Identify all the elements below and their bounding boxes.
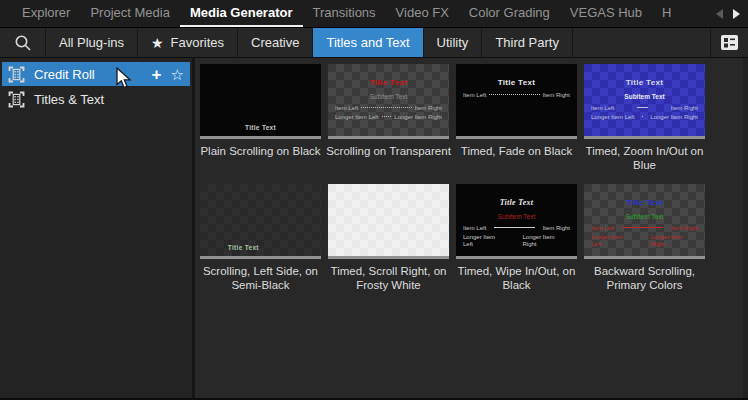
sidebar-item-credit-roll[interactable]: Credit Roll +☆: [2, 62, 190, 86]
tab-explorer[interactable]: Explorer: [12, 0, 80, 27]
add-icon[interactable]: +: [152, 66, 162, 83]
tab-project-media[interactable]: Project Media: [80, 0, 179, 27]
sidebar-item-titles-text[interactable]: Titles & Text: [2, 87, 190, 111]
thumb-item-rows: Item LeftItem Right: [456, 92, 577, 99]
favorite-icon[interactable]: ☆: [171, 67, 184, 82]
preset-label: Timed, Zoom In/Out on Blue: [580, 144, 709, 172]
thumb-subitem-text: Subitem Text: [584, 213, 705, 220]
thumb-item-row: Item LeftItem Right: [328, 105, 449, 112]
thumb-title-text: Title Text: [584, 198, 705, 207]
thumb-item-row: Item LeftItem Right: [584, 105, 705, 112]
thumb-title-text: Title Text: [456, 78, 577, 87]
tab-label: Color Grading: [469, 5, 550, 20]
filter-button-all-plug-ins[interactable]: All Plug-ins: [46, 28, 138, 57]
filter-button-label: Titles and Text: [326, 35, 409, 50]
preset-label: Backward Scrolling, Primary Colors: [580, 264, 709, 292]
filter-button-titles-and-text[interactable]: Titles and Text: [313, 28, 423, 57]
preset-scrub-bar: [584, 136, 705, 139]
tab-label: H: [662, 5, 671, 20]
star-filled-icon: ★: [151, 36, 164, 50]
list-details-view-icon: [721, 35, 738, 50]
thumb-title-text: Title Text: [228, 244, 259, 251]
thumb-item-rows: Item LeftItem RightLonger Item LeftLonge…: [584, 105, 705, 121]
tab-transitions[interactable]: Transitions: [303, 0, 386, 27]
preset-thumbnail[interactable]: Title Text Subitem Text Item LeftItem Ri…: [584, 184, 705, 256]
tab-label: Video FX: [396, 5, 449, 20]
preset-thumbnail[interactable]: Title Text Subitem Text Item LeftItem Ri…: [456, 184, 577, 256]
preset-timed-zoom-in-out-on-blue[interactable]: Title Text Subitem Text Item LeftItem Ri…: [584, 64, 705, 172]
thumb-item-row: Longer Item LeftLonger Item Right: [584, 234, 705, 248]
thumb-title-text: Title Text: [456, 198, 577, 207]
search-icon: [14, 34, 32, 52]
preset-area: Title Text Plain Scrolling on Black Titl…: [195, 58, 748, 399]
plugin-sidebar: Credit Roll +☆ Titles & Text: [0, 58, 195, 399]
preset-grid: Title Text Plain Scrolling on Black Titl…: [200, 64, 748, 292]
filter-bar: All Plug-ins ★ Favorites Creative Titles…: [0, 28, 748, 58]
preset-scrub-bar: [456, 136, 577, 139]
filter-button-third-party[interactable]: Third Party: [482, 28, 573, 57]
filter-button-label: All Plug-ins: [59, 35, 124, 50]
media-generator-window: Explorer Project Media Media Generator T…: [0, 0, 748, 400]
preset-plain-scrolling-on-black[interactable]: Title Text Plain Scrolling on Black: [200, 64, 321, 172]
preset-backward-scrolling-primary-colors[interactable]: Title Text Subitem Text Item LeftItem Ri…: [584, 184, 705, 292]
search-button[interactable]: [0, 28, 46, 57]
preset-thumbnail[interactable]: Title Text Subitem Text Item LeftItem Ri…: [584, 64, 705, 136]
preset-scrollbar[interactable]: [743, 58, 748, 399]
preset-thumbnail[interactable]: Title Text Item LeftItem Right: [456, 64, 577, 136]
preset-label: Timed, Scroll Right, on Frosty White: [324, 264, 453, 292]
thumb-item-row: Longer Item LeftLonger Item Right: [456, 234, 577, 248]
preset-scrub-bar: [328, 256, 449, 259]
preset-scrub-bar: [584, 256, 705, 259]
preset-timed-wipe-in-out-on-black[interactable]: Title Text Subitem Text Item LeftItem Ri…: [456, 184, 577, 292]
thumb-item-rows: Item LeftItem RightLonger Item LeftLonge…: [584, 225, 705, 248]
tab-label: VEGAS Hub: [570, 5, 642, 20]
view-toggle-button[interactable]: [710, 28, 748, 57]
sidebar-item-label: Credit Roll: [34, 67, 95, 82]
filter-button-label: Third Party: [495, 35, 559, 50]
filter-button-label: Favorites: [171, 35, 224, 50]
media-generator-icon: [8, 91, 25, 108]
tab-color-grading[interactable]: Color Grading: [459, 0, 560, 27]
preset-scrolling-left-side-on-semi-black[interactable]: Title Text Scrolling, Left Side, on Semi…: [200, 184, 321, 292]
filter-button-label: Utility: [437, 35, 469, 50]
top-tab-bar: Explorer Project Media Media Generator T…: [0, 0, 748, 28]
filter-button-label: Creative: [251, 35, 299, 50]
preset-timed-scroll-right-on-frosty-white[interactable]: Timed, Scroll Right, on Frosty White: [328, 184, 449, 292]
tab-vegas-hub[interactable]: VEGAS Hub: [560, 0, 652, 27]
tab-label: Transitions: [313, 5, 376, 20]
media-generator-icon: [8, 66, 25, 83]
preset-thumbnail[interactable]: Title Text Subitem Text Item LeftItem Ri…: [328, 64, 449, 136]
preset-label: Scrolling on Transparent: [324, 144, 453, 172]
filter-button-creative[interactable]: Creative: [238, 28, 313, 57]
filter-button-utility[interactable]: Utility: [424, 28, 483, 57]
scroll-tabs-left-icon[interactable]: [716, 9, 723, 19]
preset-label: Timed, Fade on Black: [452, 144, 581, 172]
thumb-item-row: Item LeftItem Right: [456, 92, 577, 99]
thumb-item-row: Item LeftItem Right: [584, 225, 705, 232]
tab-media-generator[interactable]: Media Generator: [180, 0, 303, 27]
preset-scrolling-on-transparent[interactable]: Title Text Subitem Text Item LeftItem Ri…: [328, 64, 449, 172]
preset-label: Plain Scrolling on Black: [196, 144, 325, 172]
thumb-title-text: Title Text: [200, 124, 321, 131]
filter-button-favorites[interactable]: ★ Favorites: [138, 28, 238, 57]
tab-label: Media Generator: [190, 5, 293, 20]
preset-thumbnail[interactable]: Title Text: [200, 64, 321, 136]
tab-scrollers: [710, 0, 748, 27]
sidebar-item-label: Titles & Text: [34, 92, 104, 107]
tab-video-fx[interactable]: Video FX: [386, 0, 459, 27]
thumb-subitem-text: Subitem Text: [456, 213, 577, 220]
thumb-item-row: Item LeftItem Right: [456, 225, 577, 232]
preset-label: Timed, Wipe In/Out, on Black: [452, 264, 581, 292]
thumb-item-row: Longer Item LeftLonger Item Right: [584, 114, 705, 121]
tab-h[interactable]: H: [652, 0, 681, 27]
thumb-title-text: Title Text: [328, 78, 449, 87]
preset-timed-fade-on-black[interactable]: Title Text Item LeftItem Right Timed, Fa…: [456, 64, 577, 172]
thumb-title-text: Title Text: [584, 78, 705, 87]
sidebar-item-actions: +☆: [152, 66, 184, 83]
thumb-subitem-text: Subitem Text: [328, 93, 449, 100]
scroll-tabs-right-icon[interactable]: [733, 9, 740, 19]
preset-scrub-bar: [200, 256, 321, 259]
preset-thumbnail[interactable]: [328, 184, 449, 256]
preset-thumbnail[interactable]: Title Text: [200, 184, 321, 256]
preset-label: Scrolling, Left Side, on Semi-Black: [196, 264, 325, 292]
